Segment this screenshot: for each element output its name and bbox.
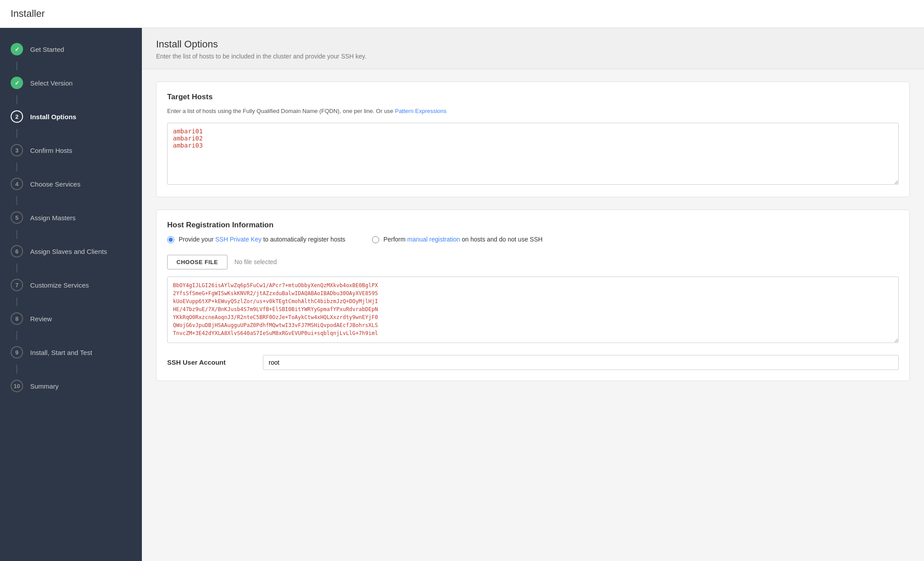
page-description: Enter the list of hosts to be included i… [156, 53, 910, 60]
sidebar-item-install,-start-and-test[interactable]: 9Install, Start and Test [0, 340, 142, 365]
manual-reg-radio[interactable] [372, 236, 379, 243]
sidebar-item-select-version[interactable]: ✓Select Version [0, 70, 142, 95]
sidebar-item-label: Assign Masters [30, 214, 76, 222]
no-file-label: No file selected [235, 258, 277, 265]
sidebar-item-label: Install, Start and Test [30, 349, 92, 356]
step-connector [16, 230, 17, 239]
target-hosts-section: Target Hosts Enter a list of hosts using… [156, 82, 910, 197]
checkmark-icon: ✓ [15, 80, 20, 86]
ssh-private-key-link[interactable]: SSH Private Key [215, 236, 261, 243]
file-upload-row: CHOOSE FILE No file selected [167, 255, 899, 269]
app-title: Installer [0, 0, 924, 28]
sidebar-item-label: Confirm Hosts [30, 147, 72, 154]
sidebar-item-assign-slaves-and-clients[interactable]: 6Assign Slaves and Clients [0, 239, 142, 264]
target-hosts-title: Target Hosts [167, 93, 899, 101]
manual-registration-link[interactable]: manual registration [407, 236, 460, 243]
step-circle: 7 [11, 279, 23, 291]
step-circle: 2 [11, 110, 23, 123]
step-circle: ✓ [11, 43, 23, 55]
step-connector [16, 163, 17, 171]
sidebar: ✓Get Started✓Select Version2Install Opti… [0, 28, 142, 561]
step-connector [16, 297, 17, 306]
hosts-textarea[interactable]: ambari01 ambari02 ambari03 [167, 123, 899, 185]
step-circle: 8 [11, 312, 23, 325]
sidebar-item-label: Customize Services [30, 281, 89, 289]
step-circle: 3 [11, 144, 23, 156]
ssh-user-row: SSH User Account [167, 355, 899, 370]
sidebar-item-install-options[interactable]: 2Install Options [0, 104, 142, 129]
ssh-key-option-text: Provide your SSH Private Key to automati… [179, 235, 345, 244]
content-header: Install Options Enter the list of hosts … [142, 28, 924, 69]
ssh-key-radio[interactable] [167, 236, 174, 243]
sidebar-item-customize-services[interactable]: 7Customize Services [0, 273, 142, 297]
ssh-key-option[interactable]: Provide your SSH Private Key to automati… [167, 235, 345, 244]
content-body: Target Hosts Enter a list of hosts using… [142, 69, 924, 406]
sidebar-item-review[interactable]: 8Review [0, 306, 142, 331]
choose-file-button[interactable]: CHOOSE FILE [167, 255, 227, 269]
page-title: Install Options [156, 39, 910, 50]
sidebar-item-label: Assign Slaves and Clients [30, 248, 107, 255]
sidebar-item-confirm-hosts[interactable]: 3Confirm Hosts [0, 138, 142, 163]
step-connector [16, 95, 17, 104]
sidebar-item-label: Install Options [30, 113, 76, 121]
step-circle: 6 [11, 245, 23, 257]
ssh-user-input[interactable] [263, 355, 899, 370]
step-connector [16, 129, 17, 138]
step-circle: 4 [11, 178, 23, 190]
sidebar-item-assign-masters[interactable]: 5Assign Masters [0, 205, 142, 230]
step-connector [16, 365, 17, 374]
sidebar-item-label: Choose Services [30, 180, 80, 188]
step-circle: 9 [11, 346, 23, 358]
sidebar-item-label: Review [30, 315, 52, 323]
sidebar-item-label: Summary [30, 382, 59, 390]
host-registration-title: Host Registration Information [167, 221, 899, 230]
sidebar-item-label: Select Version [30, 79, 73, 87]
step-connector [16, 264, 17, 273]
step-connector [16, 62, 17, 70]
step-circle: 10 [11, 380, 23, 392]
pattern-expressions-link[interactable]: Pattern Expressions [395, 108, 446, 114]
step-connector [16, 196, 17, 205]
ssh-user-label: SSH User Account [167, 358, 256, 366]
step-circle: 5 [11, 211, 23, 224]
target-hosts-description: Enter a list of hosts using the Fully Qu… [167, 107, 899, 116]
step-circle: ✓ [11, 77, 23, 89]
manual-reg-option[interactable]: Perform manual registration on hosts and… [372, 235, 543, 244]
radio-options: Provide your SSH Private Key to automati… [167, 235, 899, 244]
main-content: Install Options Enter the list of hosts … [142, 28, 924, 561]
checkmark-icon: ✓ [15, 46, 20, 53]
sidebar-item-label: Get Started [30, 46, 64, 53]
manual-reg-option-text: Perform manual registration on hosts and… [384, 235, 543, 244]
sidebar-item-summary[interactable]: 10Summary [0, 374, 142, 398]
sidebar-item-get-started[interactable]: ✓Get Started [0, 37, 142, 62]
host-registration-section: Host Registration Information Provide yo… [156, 210, 910, 381]
step-connector [16, 331, 17, 340]
ssh-key-textarea[interactable]: BbOY4gIJLGI26isAYlwZq6p5FuCw1/APcr7+mtuO… [167, 277, 899, 343]
sidebar-item-choose-services[interactable]: 4Choose Services [0, 171, 142, 196]
